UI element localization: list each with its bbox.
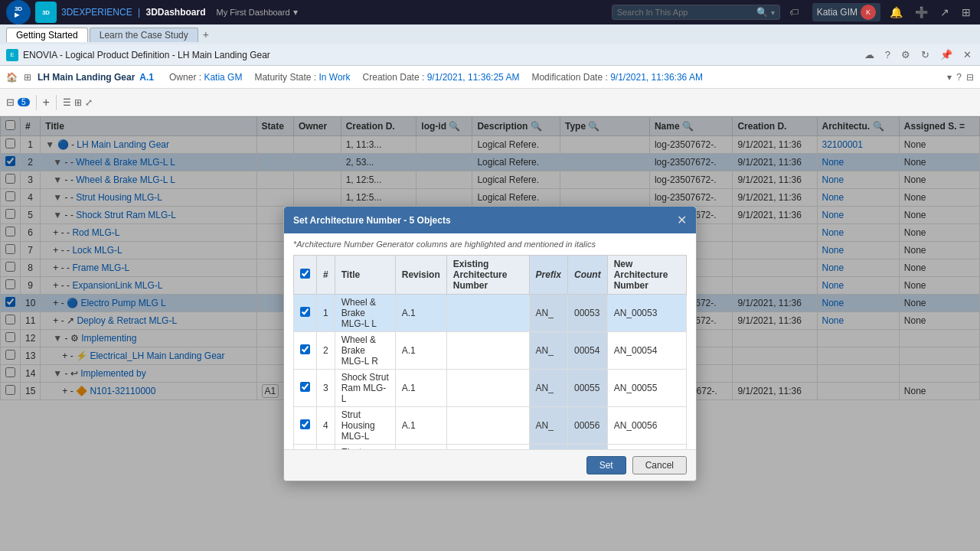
table-area: # Title State Owner Creation D. log-id 🔍… [0,116,980,551]
modal-row-checkbox[interactable] [300,344,310,354]
top-bar: 3D▶ 3D 3DEXPERIENCE | 3DDashboard My Fir… [0,0,980,24]
set-button[interactable]: Set [586,456,626,474]
home-icon[interactable]: 🏠 [6,72,18,83]
settings-icon[interactable]: ⚙ [901,49,910,60]
modal-col-check [294,256,317,295]
username-label: Katia GIM [817,7,858,18]
meta-info: Owner : Katia GM Maturity State : In Wor… [169,72,703,83]
cancel-button[interactable]: Cancel [632,456,687,474]
modal-body: *Architecture Number Generator columns a… [284,233,696,449]
user-badge[interactable]: Katia GIM K [812,3,880,21]
modal-row-checkbox[interactable] [300,307,310,317]
expand-view-icon[interactable]: ⤢ [85,97,93,108]
breadcrumb-title: LH Main Landing Gear A.1 [38,72,154,83]
modal-col-count: Count [567,256,607,295]
modal-select-all-checkbox[interactable] [300,269,310,279]
modal-col-prefix: Prefix [529,256,567,295]
help-icon[interactable]: ? [885,49,890,60]
breadcrumb-filter-icon[interactable]: ⊟ [966,72,974,83]
platform-title: 3DEXPERIENCE | 3DDashboard [61,7,206,18]
count-badge: 5 [18,98,30,106]
tab-getting-started[interactable]: Getting Started [6,28,88,42]
modal-col-new-arch: New Architecture Number [607,256,686,295]
modal-scroll-area: # Title Revision Existing Architecture N… [293,255,687,449]
modal-col-existing-arch: Existing Architecture Number [446,256,529,295]
modal-footer: Set Cancel [284,449,696,481]
modal-row-checkbox[interactable] [300,382,310,392]
modal-overlay: Set Architecture Number - 5 Objects ✕ *A… [0,116,980,551]
waffle-icon[interactable]: ⊞ [959,5,974,20]
close-icon[interactable]: ✕ [963,49,972,60]
breadcrumb-dropdown-icon[interactable]: ▾ [947,72,952,83]
modal-table: # Title Revision Existing Architecture N… [293,255,687,449]
global-search[interactable]: 🔍 ▾ [612,5,780,20]
enovia-icon: E [6,49,18,61]
user-avatar: K [861,5,876,20]
pin-icon[interactable]: 📌 [940,49,952,60]
modal-table-row: 2 Wheel & Brake MLG-L R A.1 AN_ 00054 AN… [294,332,687,370]
modal-col-num: # [317,256,335,295]
table-view-icon[interactable]: ⊞ [74,97,82,108]
search-icon[interactable]: 🔍 [756,7,768,18]
modal-table-row: 5 Electro Pump MLG L A.1 AN_ 00057 AN_00… [294,445,687,450]
item-version: A.1 [139,72,154,83]
set-architecture-modal: Set Architecture Number - 5 Objects ✕ *A… [283,206,697,481]
list-view-icon[interactable]: ☰ [63,97,71,108]
search-dropdown-icon[interactable]: ▾ [771,8,775,17]
item-title: LH Main Landing Gear [38,72,135,83]
tab-learn-case-study[interactable]: Learn the Case Study [90,28,198,42]
breadcrumb-actions: ▾ ? ⊟ [947,72,974,83]
app-icon[interactable]: 3D [35,2,57,23]
share-icon[interactable]: ↗ [937,5,952,20]
breadcrumb-help-icon[interactable]: ? [956,72,962,83]
grid-icon[interactable]: ⊞ [24,72,31,83]
modal-table-row: 1 Wheel & Brake MLG-L L A.1 AN_ 00053 AN… [294,295,687,332]
breadcrumb-bar: 🏠 ⊞ LH Main Landing Gear A.1 Owner : Kat… [0,66,980,89]
modal-title: Set Architecture Number - 5 Objects [293,215,451,226]
add-toolbar-icon[interactable]: + [43,96,50,109]
filter-icon[interactable]: ⊟ [6,96,15,108]
modal-col-title: Title [335,256,395,295]
add-icon[interactable]: ➕ [912,5,931,20]
modal-row-checkbox[interactable] [300,419,310,429]
modal-header: Set Architecture Number - 5 Objects ✕ [284,207,696,233]
modal-close-button[interactable]: ✕ [677,213,687,227]
tab-bar: Getting Started Learn the Case Study + [0,24,980,44]
modal-col-revision: Revision [395,256,446,295]
bookmarks-icon[interactable]: 🏷 [789,7,799,18]
modal-note: *Architecture Number Generator columns a… [293,240,687,249]
window-title: ENOVIA - Logical Product Definition - LH… [23,50,270,60]
search-input[interactable] [617,8,753,17]
add-tab-icon[interactable]: + [203,28,209,41]
top-bar-right: Katia GIM K 🔔 ➕ ↗ ⊞ [812,3,974,21]
window-title-bar: E ENOVIA - Logical Product Definition - … [0,44,980,66]
modal-table-row: 3 Shock Strut Ram MLG-L A.1 AN_ 00055 AN… [294,370,687,407]
toolbar: ⊟ 5 + ☰ ⊞ ⤢ [0,89,980,116]
3dx-logo[interactable]: 3D▶ [6,0,31,24]
cloud-icon[interactable]: ☁ [864,49,874,60]
refresh-icon[interactable]: ↻ [921,49,929,60]
notifications-icon[interactable]: 🔔 [887,5,906,20]
first-dashboard-tab[interactable]: My First Dashboard ▾ [217,7,298,18]
modal-table-row: 4 Strut Housing MLG-L A.1 AN_ 00056 AN_0… [294,407,687,445]
